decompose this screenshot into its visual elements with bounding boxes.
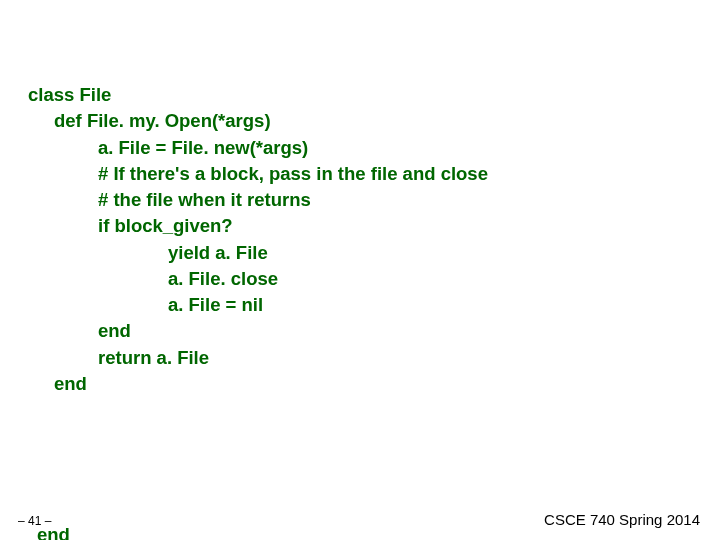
code-line: # the file when it returns (28, 187, 488, 213)
code-line: def File. my. Open(*args) (28, 108, 488, 134)
code-line: return a. File (28, 345, 488, 371)
code-line: end (28, 371, 488, 397)
code-block: class File def File. my. Open(*args) a. … (28, 82, 488, 397)
code-line: yield a. File (28, 240, 488, 266)
code-line: class File (28, 82, 488, 108)
code-line: a. File. close (28, 266, 488, 292)
code-line: a. File = nil (28, 292, 488, 318)
code-line: a. File = File. new(*args) (28, 135, 488, 161)
code-line: if block_given? (28, 213, 488, 239)
course-footer: CSCE 740 Spring 2014 (544, 511, 700, 528)
code-line-end: end (37, 524, 70, 540)
code-line: # If there's a block, pass in the file a… (28, 161, 488, 187)
code-line: end (28, 318, 488, 344)
